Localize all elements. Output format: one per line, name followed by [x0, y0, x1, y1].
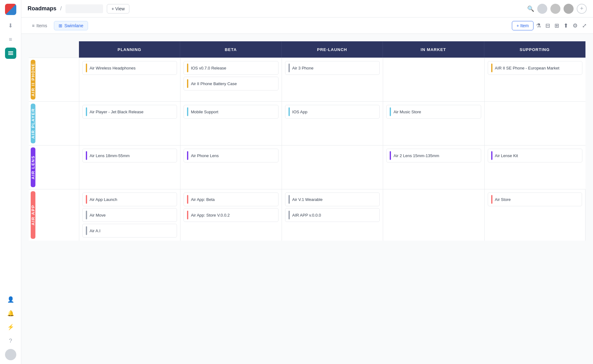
row-label-cell-air-lens: AIR LENS: [29, 145, 79, 189]
row-label-air-app[interactable]: AIR APP: [31, 191, 35, 239]
card-item[interactable]: Air Phone Lens: [184, 149, 278, 162]
header: Roadmaps / + View 🔍 +: [21, 0, 593, 18]
svg-rect-1: [8, 53, 13, 54]
sidebar-icon-bolt[interactable]: ⚡: [5, 321, 16, 333]
cell-air-ii-phone-inmarket: [383, 58, 484, 101]
card-text: Air App: Store V.0.0.2: [191, 213, 230, 218]
card-item[interactable]: Air App Launch: [82, 192, 177, 206]
columns-icon[interactable]: ⊞: [554, 22, 559, 29]
card-item[interactable]: Air A.I: [82, 224, 177, 238]
card-item[interactable]: Air Music Store: [386, 105, 481, 119]
header-right: 🔍 +: [527, 4, 587, 14]
card-item[interactable]: Air App: Beta: [184, 192, 278, 206]
card-text: Air V.1 Wearable: [292, 197, 323, 202]
group-icon[interactable]: ⊟: [545, 22, 550, 29]
cell-air-lens-planning: Air Lens 18mm-55mm: [79, 145, 180, 189]
card-item[interactable]: AIR II SE Phone - European Market: [488, 61, 582, 75]
card-item[interactable]: Air Lense Kit: [488, 149, 582, 162]
cell-air-player-prelaunch: IOS App: [282, 101, 383, 145]
tab-swimlane[interactable]: ⊞ Swimlane: [54, 21, 88, 30]
card-dot: [86, 151, 87, 160]
content-area: PLANNINGBETAPRE-LAUNCHIN MARKETSUPPORTIN…: [21, 34, 593, 364]
sidebar-icon-bell[interactable]: 🔔: [5, 308, 16, 319]
export-icon[interactable]: ⬆: [564, 22, 568, 29]
main-area: Roadmaps / + View 🔍 + ≡ Items ⊞ Swimlane…: [21, 0, 593, 364]
avatar-3[interactable]: [564, 4, 574, 14]
settings-icon[interactable]: ⚙: [573, 22, 578, 29]
search-icon[interactable]: 🔍: [527, 5, 534, 12]
avatar-1[interactable]: [537, 4, 547, 14]
breadcrumb-separator: /: [60, 5, 62, 12]
card-item[interactable]: Air App: Store V.0.0.2: [184, 208, 278, 222]
card-item[interactable]: Air V.1 Wearable: [285, 192, 380, 206]
card-text: Air Phone Lens: [191, 153, 219, 158]
row-label-air-ii-phone[interactable]: AIR II PHONE: [31, 60, 35, 100]
card-text: Air II Phone Battery Case: [191, 81, 237, 86]
sidebar-icon-roadmap[interactable]: [5, 48, 16, 59]
card-text: AIR II SE Phone - European Market: [495, 66, 559, 70]
toolbar-actions: ⚗ ⊟ ⊞ ⬆ ⚙ ⤢: [536, 22, 587, 29]
cell-air-app-planning: Air App LaunchAir MoveAir A.I: [79, 189, 180, 241]
swimlane-label: Swimlane: [64, 23, 83, 28]
card-item[interactable]: Air 3 Phone: [285, 61, 380, 75]
toolbar: ≡ Items ⊞ Swimlane + Item ⚗ ⊟ ⊞ ⬆ ⚙ ⤢: [21, 18, 593, 34]
avatar-2[interactable]: [550, 4, 560, 14]
fullscreen-icon[interactable]: ⤢: [582, 22, 587, 29]
filter-icon[interactable]: ⚗: [536, 22, 541, 29]
add-item-button[interactable]: + Item: [512, 21, 533, 30]
col-header-inmarket: IN MARKET: [383, 41, 484, 58]
card-dot: [289, 107, 290, 116]
sidebar-icon-download[interactable]: ⬇: [5, 20, 16, 31]
card-text: Air Player - Jet Black Release: [90, 110, 143, 114]
card-item[interactable]: Air Lens 18mm-55mm: [82, 149, 177, 162]
card-item[interactable]: Air Player - Jet Black Release: [82, 105, 177, 119]
card-item[interactable]: Air 2 Lens 15mm-135mm: [386, 149, 481, 162]
svg-rect-0: [8, 51, 13, 52]
card-dot: [289, 195, 290, 204]
cell-air-player-planning: Air Player - Jet Black Release: [79, 101, 180, 145]
sidebar-icon-person-add[interactable]: 👤: [5, 294, 16, 305]
card-text: IOS v0.7.0 Release: [191, 66, 226, 70]
user-avatar[interactable]: [5, 349, 16, 360]
card-item[interactable]: Air II Phone Battery Case: [184, 77, 278, 90]
logo[interactable]: [5, 4, 16, 15]
card-text: Air Lense Kit: [495, 153, 518, 158]
card-item[interactable]: Air Move: [82, 208, 177, 222]
page-title: Roadmaps: [28, 5, 56, 12]
card-item[interactable]: Air Store: [488, 192, 582, 206]
card-text: Mobile Support: [191, 110, 218, 114]
sidebar-icon-list[interactable]: ≡: [5, 34, 16, 45]
card-text: IOS App: [292, 110, 307, 114]
row-label-air-player[interactable]: AIR PLAYER: [31, 104, 35, 143]
breadcrumb[interactable]: [65, 4, 103, 13]
add-view-button[interactable]: + View: [107, 4, 129, 13]
tab-items[interactable]: ≡ Items: [28, 21, 51, 30]
card-dot: [289, 64, 290, 72]
cell-air-player-inmarket: Air Music Store: [383, 101, 484, 145]
card-item[interactable]: Air Wireless Headphones: [82, 61, 177, 75]
card-text: Air App: Beta: [191, 197, 215, 202]
card-dot: [491, 64, 492, 72]
card-text: Air Store: [495, 197, 511, 202]
card-text: Air Lens 18mm-55mm: [90, 153, 130, 158]
card-item[interactable]: Mobile Support: [184, 105, 278, 119]
row-label-cell-air-app: AIR APP: [29, 189, 79, 241]
card-text: Air 2 Lens 15mm-135mm: [393, 153, 439, 158]
card-dot: [491, 195, 492, 204]
row-label-air-lens[interactable]: AIR LENS: [31, 147, 35, 187]
card-dot: [187, 64, 188, 72]
card-dot: [187, 211, 188, 219]
sidebar-icon-help[interactable]: ?: [5, 335, 16, 346]
col-header-supporting: SUPPORTING: [484, 41, 585, 58]
cell-air-app-prelaunch: Air V.1 WearableAIR APP v.0.0.0: [282, 189, 383, 241]
card-text: Air Wireless Headphones: [90, 66, 136, 70]
items-label: Items: [36, 23, 47, 28]
add-member-button[interactable]: +: [577, 4, 587, 14]
card-item[interactable]: IOS App: [285, 105, 380, 119]
cell-air-app-beta: Air App: BetaAir App: Store V.0.0.2: [180, 189, 281, 241]
row-label-cell-air-player: AIR PLAYER: [29, 101, 79, 145]
card-item[interactable]: AIR APP v.0.0.0: [285, 208, 380, 222]
card-dot: [187, 151, 188, 160]
card-text: Air A.I: [90, 228, 101, 233]
card-item[interactable]: IOS v0.7.0 Release: [184, 61, 278, 75]
